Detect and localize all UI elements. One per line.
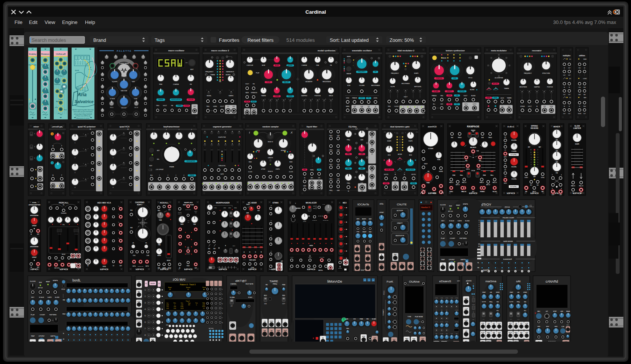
svg-text:SCAN: SCAN — [372, 318, 376, 320]
svg-text:REL: REL — [446, 310, 448, 310]
svg-text:OCTAVE: OCTAVE — [110, 98, 115, 100]
svg-text:Trim: Trim — [195, 302, 198, 304]
svg-text:TIME: TIME — [158, 267, 160, 269]
svg-text:V/OCT: V/OCT — [360, 97, 363, 99]
svg-text:PULSE COUNT: PULSE COUNT — [503, 217, 514, 219]
svg-text:GEOMETRY: GEOMETRY — [305, 81, 313, 83]
svg-text:PLAY: PLAY — [256, 72, 260, 74]
svg-text:ANLG: ANLG — [264, 295, 267, 296]
svg-text:OFFSET: OFFSET — [32, 225, 37, 227]
svg-text:CHOKE: CHOKE — [75, 234, 78, 235]
svg-text:FREEZE: FREEZE — [352, 97, 357, 99]
svg-text:LEVEL: LEVEL — [412, 183, 415, 184]
svg-text:5: 5 — [222, 308, 223, 309]
svg-text:3: 3 — [34, 157, 35, 159]
svg-text:IN 2: IN 2 — [537, 184, 539, 186]
svg-text:IN B: IN B — [213, 248, 215, 250]
svg-text:LP: LP — [371, 188, 373, 189]
svg-text:EVEN: EVEN — [550, 106, 553, 107]
svg-text:OUT 2: OUT 2 — [504, 183, 507, 184]
svg-text:ADD: ADD — [157, 150, 160, 151]
svg-text:FINE: FINE — [360, 318, 363, 320]
svg-text:SUB: SUB — [150, 183, 153, 185]
svg-text:ADDRESS: ADDRESS — [296, 208, 301, 209]
svg-text:TIMBRE: TIMBRE — [177, 105, 182, 106]
svg-text:SHIFTS: SHIFTS — [461, 259, 466, 261]
svg-text:FALL: FALL — [460, 175, 463, 176]
svg-text:V/O: V/O — [211, 283, 212, 285]
svg-text:B2 LEVEL: B2 LEVEL — [511, 166, 517, 168]
svg-text:RESET: RESET — [363, 231, 366, 233]
svg-text:Read: Read — [202, 287, 206, 288]
svg-text:FREQ: FREQ — [347, 183, 350, 184]
svg-text:/16: /16 — [367, 264, 369, 266]
svg-text:CV 3: CV 3 — [228, 207, 231, 209]
svg-text:SMOOTHNESS: SMOOTHNESS — [371, 85, 380, 86]
svg-text:TIMBRE: TIMBRE — [158, 99, 163, 100]
svg-text:segment generator: segment generator — [213, 126, 232, 128]
svg-text:INs: INs — [63, 204, 65, 206]
svg-text:B 2: B 2 — [505, 169, 506, 171]
svg-text:GAIN: GAIN — [337, 190, 340, 191]
svg-text:IN B: IN B — [583, 87, 586, 88]
svg-text:ATEN./INVERTER: ATEN./INVERTER — [30, 246, 38, 248]
svg-text:INIT: INIT — [436, 333, 438, 334]
svg-text:pôzlnk: pôzlnk — [466, 280, 472, 282]
svg-text:TRIG: TRIG — [394, 254, 396, 256]
svg-text:V/Oct: V/Oct — [202, 306, 205, 307]
svg-text:AUX: AUX — [508, 106, 510, 107]
svg-text:MODE: MODE — [327, 212, 330, 213]
svg-text:A 1: A 1 — [505, 137, 506, 138]
svg-text:SEL: SEL — [158, 283, 160, 285]
svg-text:CHANNEL: CHANNEL — [230, 283, 237, 285]
svg-text:OUT: OUT — [563, 75, 566, 76]
svg-text:MORPHADER: MORPHADER — [216, 202, 230, 204]
svg-text:FINE: FINE — [316, 65, 319, 66]
svg-text:MIX: MIX — [526, 191, 527, 192]
svg-text:FM: FM — [368, 97, 370, 99]
svg-text:CV%: CV% — [58, 260, 61, 262]
svg-text:EXT CLK: EXT CLK — [38, 287, 43, 289]
svg-text:COARSE: COARSE — [173, 84, 179, 85]
svg-text:keyframer/mixer: keyframer/mixer — [163, 126, 180, 128]
svg-text:ATEN./INVERTER: ATEN./INVERTER — [30, 215, 38, 216]
svg-text:DRY: DRY — [528, 146, 530, 148]
svg-text:KILL: KILL — [524, 310, 527, 312]
svg-text:IN: IN — [31, 234, 32, 235]
svg-text:0.00: 0.00 — [174, 308, 176, 309]
svg-text:OCTAVE: OCTAVE — [428, 148, 433, 149]
svg-text:AMNO: AMNO — [232, 245, 235, 246]
svg-text:CHOKE: CHOKE — [58, 234, 61, 235]
svg-text:C 2: C 2 — [505, 176, 506, 177]
svg-text:SAW: SAW — [132, 81, 135, 83]
svg-text:FREQ: FREQ — [347, 139, 350, 141]
svg-text:CLK: CLK — [138, 281, 141, 283]
svg-text:GATE: GATE — [498, 332, 501, 334]
svg-text:CV 2: CV 2 — [224, 207, 226, 209]
svg-text:X1: X1 — [277, 183, 279, 184]
svg-text:SQR: SQR — [284, 330, 287, 332]
svg-text:RISE CV: RISE CV — [480, 182, 484, 183]
svg-text:LEVEL: LEVEL — [487, 97, 490, 99]
svg-text:FM: FM — [190, 84, 192, 85]
svg-text:CV2: CV2 — [174, 306, 176, 307]
svg-text:DEC: DEC — [441, 310, 443, 310]
svg-text:CV 1: CV 1 — [214, 207, 217, 209]
svg-text:SIN: SIN — [264, 330, 266, 332]
svg-text:noises when you press the butt: noises when you press the buttons — [73, 111, 93, 113]
svg-text:OUT: OUT — [393, 339, 396, 340]
svg-text:FALL CV: FALL CV — [579, 185, 583, 187]
svg-text:F: F — [392, 297, 393, 298]
svg-text:UNI: UNI — [346, 318, 348, 320]
svg-text:BRIGHTNESS: BRIGHTNESS — [323, 81, 331, 83]
svg-text:b3F4C0: b3F4C0 — [184, 268, 193, 270]
svg-text:GATE: GATE — [48, 296, 52, 298]
svg-text:V/OCT: V/OCT — [528, 106, 532, 107]
svg-text:DEL/REP: DEL/REP — [186, 253, 190, 254]
svg-text:V/8: V/8 — [264, 321, 265, 322]
svg-text:▶: ▶ — [204, 289, 205, 290]
svg-text:SAW: SAW — [277, 330, 280, 332]
svg-text:OUT: OUT — [421, 338, 424, 340]
svg-text:EOC: EOC — [567, 324, 569, 326]
svg-text:IN: IN — [179, 267, 181, 269]
